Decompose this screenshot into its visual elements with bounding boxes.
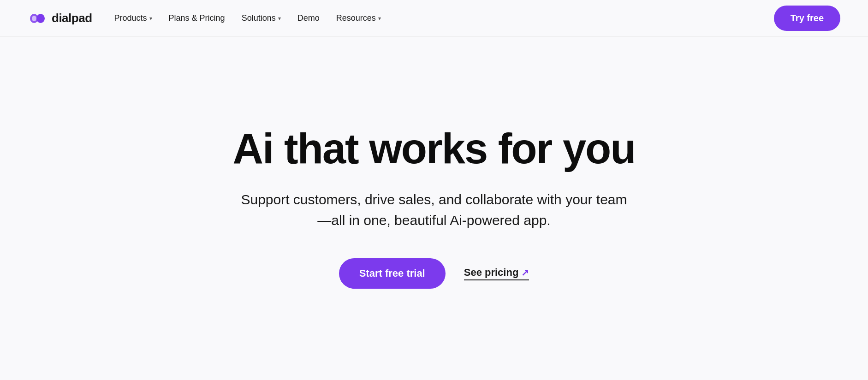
hero-actions: Start free trial See pricing ↗ (339, 258, 529, 289)
logo-icon (28, 9, 47, 28)
svg-point-1 (36, 14, 45, 23)
nav-pricing-label: Plans & Pricing (169, 13, 225, 23)
try-free-button[interactable]: Try free (774, 6, 840, 31)
see-pricing-link[interactable]: See pricing ↗ (464, 267, 529, 280)
main-nav: dialpad Products ▾ Plans & Pricing Solut… (0, 0, 868, 37)
svg-point-2 (32, 16, 36, 21)
hero-section: Ai that works for you Support customers,… (0, 37, 868, 369)
nav-item-resources[interactable]: Resources ▾ (336, 13, 381, 23)
nav-item-solutions[interactable]: Solutions ▾ (242, 13, 281, 23)
chevron-down-icon-2: ▾ (278, 15, 281, 22)
nav-solutions-label: Solutions (242, 13, 276, 23)
chevron-down-icon-3: ▾ (378, 15, 381, 22)
logo-text: dialpad (52, 11, 92, 25)
arrow-icon: ↗ (521, 267, 529, 278)
nav-products-label: Products (114, 13, 147, 23)
nav-item-demo[interactable]: Demo (297, 13, 320, 23)
chevron-down-icon: ▾ (149, 15, 152, 22)
start-trial-button[interactable]: Start free trial (339, 258, 446, 289)
hero-subtitle: Support customers, drive sales, and coll… (236, 189, 632, 231)
logo-link[interactable]: dialpad (28, 9, 92, 28)
nav-demo-label: Demo (297, 13, 320, 23)
nav-item-pricing[interactable]: Plans & Pricing (169, 13, 225, 23)
see-pricing-label: See pricing (464, 267, 519, 279)
nav-resources-label: Resources (336, 13, 376, 23)
hero-title: Ai that works for you (233, 126, 636, 171)
nav-right: Try free (774, 6, 840, 31)
nav-item-products[interactable]: Products ▾ (114, 13, 152, 23)
nav-links: Products ▾ Plans & Pricing Solutions ▾ D… (114, 13, 774, 23)
